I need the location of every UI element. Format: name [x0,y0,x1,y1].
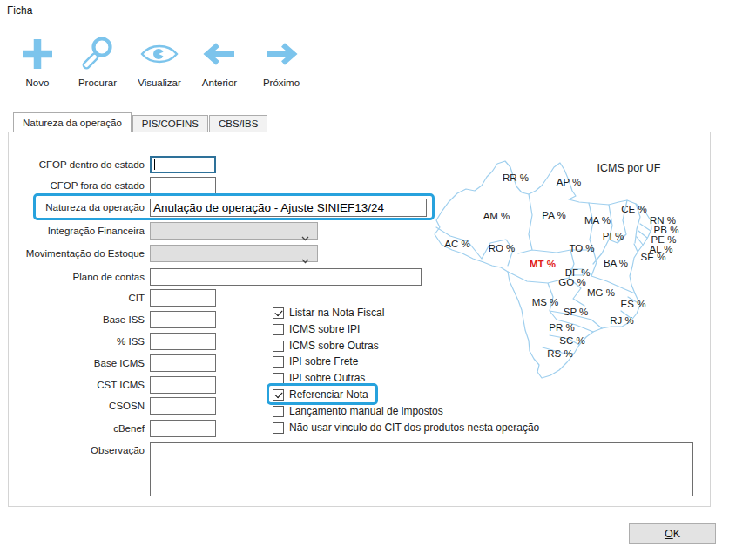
movimentacao-do-estoque-label: Movimentação do Estoque [17,248,145,259]
observacao-textarea[interactable] [150,442,693,496]
map-label-rs: RS % [547,348,572,359]
tab-pis-cofins[interactable]: PIS/COFINS [132,115,208,132]
map-label-rr: RR % [503,172,529,183]
cbenef-label: cBenef [17,423,145,434]
map-label-to: TO % [569,243,594,253]
map-label-ro: RO % [489,243,516,253]
map-label-pr: PR % [549,322,574,333]
checkbox-box[interactable] [273,373,284,384]
text-caret [154,159,155,170]
proximo-button[interactable]: Próximo [253,35,310,94]
map-title: ICMS por UF [597,162,661,174]
movimentacao-do-estoque-select[interactable] [150,245,318,262]
pct-iss-input[interactable] [150,333,216,350]
window-title: Ficha [7,4,32,17]
tab-natureza-da-operacao[interactable]: Natureza da operação [13,112,132,132]
map-label-mg: MG % [587,287,615,298]
eye-icon [140,35,179,73]
integracao-financeira-label: Integração Financeira [17,226,145,236]
field-cfop-dentro-do-estado: CFOP dentro do estado [17,155,216,174]
natureza-da-operacao-input[interactable] [150,199,427,217]
proximo-label: Próximo [263,78,300,88]
field-natureza-da-operacao: Natureza da operação [17,198,427,217]
tab-cbs-ibs[interactable]: CBS/IBS [209,115,267,132]
field-plano-de-contas: Plano de contas [17,267,422,287]
novo-label: Novo [26,78,50,88]
integracao-financeira-select[interactable] [150,222,318,240]
pct-iss-label: % ISS [17,336,145,347]
arrow-left-icon [202,35,237,73]
checkbox-box[interactable] [273,389,284,401]
field-pct-iss: % ISS [17,332,216,351]
observacao-label: Observação [17,444,145,456]
ok-mnemonic: O [665,528,673,540]
cbenef-input[interactable] [150,420,216,437]
cfop-fora-do-estado-label: CFOP fora do estado [17,180,145,191]
checkbox-ipi-sobre-outras[interactable]: IPI sobre Outras [273,371,365,385]
chevron-down-icon [301,252,309,267]
ok-rest: K [673,528,680,540]
map-label-rj: RJ % [610,315,633,326]
map-label-ce: CE % [621,204,646,214]
visualizar-label: Visualizar [138,78,181,88]
field-integracao-financeira: Integração Financeira [17,221,318,240]
checkbox-box[interactable] [273,356,284,368]
map-label-mt: MT % [530,259,556,269]
field-csosn: CSOSN [17,396,216,415]
visualizar-button[interactable]: Visualizar [131,35,188,94]
csosn-input[interactable] [150,397,216,415]
cst-icms-label: CST ICMS [17,380,145,390]
procurar-button[interactable]: Procurar [69,35,126,94]
base-iss-label: Base ISS [17,314,145,325]
map-label-go: GO % [558,277,585,287]
checkbox-listar-na-nota-fiscal[interactable]: Listar na Nota Fiscal [273,306,384,320]
checkbox-lancamento-manual-de-impostos[interactable]: Lançamento manual de impostos [273,404,443,418]
cit-input[interactable] [150,289,216,307]
checkbox-ipi-sobre-frete[interactable]: IPI sobre Frete [273,354,358,368]
ok-button[interactable]: OK [629,523,716,544]
map-label-am: AM % [483,211,510,221]
checkbox-icms-sobre-outras[interactable]: ICMS sobre Outras [273,339,379,353]
checkbox-referenciar-nota[interactable]: Referenciar Nota [273,388,368,401]
chevron-down-icon [301,229,309,245]
plano-de-contas-input[interactable] [150,268,422,286]
field-observacao: Observação [17,442,693,498]
checkbox-icms-sobre-ipi[interactable]: ICMS sobre IPI [273,322,360,336]
field-base-iss: Base ISS [17,310,216,329]
base-icms-label: Base ICMS [17,358,145,368]
checkbox-nao-usar-vinculo-cit[interactable]: Não usar vinculo do CIT dos produtos nes… [273,421,539,435]
checkbox-box[interactable] [273,422,284,434]
checkbox-box[interactable] [273,324,284,335]
map-label-pi: PI % [603,231,624,241]
map-label-se: SE % [641,252,666,262]
map-label-pa: PA % [542,210,565,220]
cit-label: CIT [17,293,145,303]
cfop-fora-do-estado-input[interactable] [150,177,216,194]
brazil-map: ICMS por UF RR %AP %AM %PA %MA %CE %RN %… [431,152,710,383]
map-label-ms: MS % [532,297,559,307]
checkbox-box[interactable] [273,406,284,417]
base-icms-input[interactable] [150,354,216,372]
map-label-ba: BA % [604,258,628,268]
field-cst-icms: CST ICMS [17,375,216,395]
plus-icon [20,35,55,73]
anterior-button[interactable]: Anterior [191,35,248,94]
field-cit: CIT [17,288,216,307]
cst-icms-input[interactable] [150,376,216,394]
novo-button[interactable]: Novo [9,35,66,94]
csosn-label: CSOSN [17,401,145,411]
field-base-icms: Base ICMS [17,354,216,373]
map-label-es: ES % [621,299,646,309]
map-label-sc: SC % [559,335,584,346]
checkbox-box[interactable] [273,341,284,352]
map-label-ap: AP % [557,177,582,187]
ficha-window: Ficha Novo Procurar Visualizar [0,0,729,560]
base-iss-input[interactable] [150,311,216,328]
cfop-dentro-do-estado-input[interactable] [150,156,216,173]
checkbox-box[interactable] [273,307,284,319]
field-cbenef: cBenef [17,419,216,438]
field-cfop-fora-do-estado: CFOP fora do estado [17,176,216,195]
procurar-label: Procurar [78,78,117,88]
anterior-label: Anterior [202,78,237,88]
map-label-ma: MA % [584,215,611,226]
